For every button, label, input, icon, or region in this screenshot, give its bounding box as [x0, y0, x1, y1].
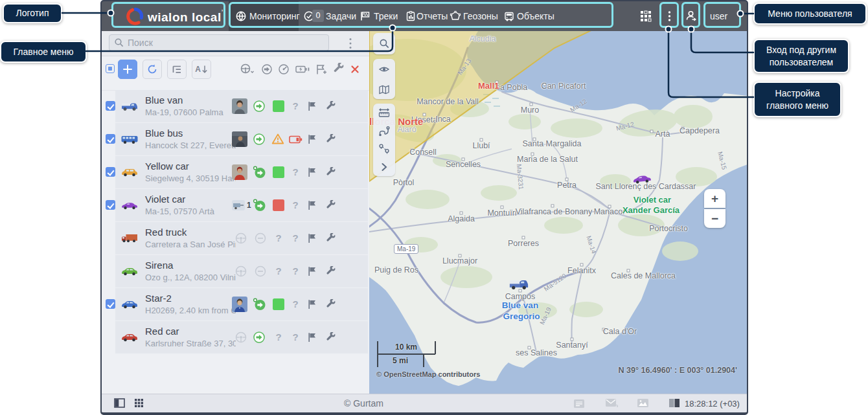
wrench-icon[interactable] [325, 299, 339, 313]
scale-mi: 5 mi [393, 356, 408, 365]
unit-checkbox[interactable] [106, 200, 115, 210]
unit-name[interactable]: Star-2 [145, 293, 172, 304]
unit-checkbox[interactable] [106, 299, 115, 309]
unit-name[interactable]: Yellow car [145, 161, 189, 172]
flag-add-filter-icon[interactable] [315, 63, 328, 76]
unit-checkbox[interactable] [106, 167, 115, 177]
map-label: Capdepera [680, 126, 720, 135]
eye-icon[interactable] [373, 59, 395, 79]
steering-filter-icon[interactable] [240, 63, 253, 76]
mail-icon[interactable] [606, 399, 619, 408]
flag-icon[interactable] [307, 266, 321, 280]
main-menu-settings-icon[interactable] [668, 10, 671, 22]
tab-monitoring[interactable]: Мониторинг [249, 11, 300, 21]
unit-name[interactable]: Red car [145, 326, 179, 337]
sort-button[interactable]: A [192, 60, 211, 79]
tab-geofences[interactable]: Геозоны [463, 11, 498, 21]
panel-layout-icon[interactable] [669, 399, 680, 407]
route-icon[interactable] [373, 122, 395, 140]
flag-icon[interactable] [307, 332, 321, 346]
unit-row[interactable]: Violet car Ma-15, 07570 Artà 1 ? [106, 189, 368, 221]
collapse-panel-icon[interactable] [114, 398, 125, 408]
unit-name[interactable]: Red truck [145, 227, 187, 238]
map-unit-blue-van[interactable] [508, 278, 530, 291]
unit-name[interactable]: Blue bus [145, 128, 183, 139]
map-coordinates: N 39° 16.4960' : E 003° 01.2904' [619, 366, 737, 375]
unit-row[interactable]: Blue bus Hancock St 227, Everett [106, 123, 368, 155]
apps-grid-icon[interactable] [640, 10, 652, 22]
battery-filter-icon[interactable] [295, 63, 310, 76]
user-switch-icon[interactable] [685, 10, 698, 23]
unit-address: Ma-15, 07570 Artà [145, 207, 214, 216]
grid-icon[interactable] [135, 399, 143, 407]
chevron-right-icon[interactable] [373, 158, 395, 176]
tab-reports[interactable]: Отчеты [417, 11, 448, 21]
steering-inactive-icon [234, 264, 248, 278]
flag-icon[interactable] [307, 101, 321, 115]
flag-icon[interactable] [307, 299, 321, 313]
unit-row[interactable]: Yellow car Siegelweg 4, 30519 Hann… ? [106, 156, 368, 188]
unit-name[interactable]: Sirena [145, 260, 173, 271]
unit-row[interactable]: Star-2 H20269, 2.40 km from Cy… ? [106, 288, 368, 320]
map-unit-violet-car[interactable] [631, 172, 653, 185]
map-search-button[interactable] [373, 33, 395, 54]
flag-icon[interactable] [307, 233, 321, 247]
wrench-icon[interactable] [325, 134, 339, 148]
search-input[interactable] [109, 34, 329, 51]
zoom-in-button[interactable]: + [704, 189, 725, 208]
map[interactable]: Alcudia sa Pobla Can Picafort Mancor de … [369, 31, 748, 394]
monitoring-icon [235, 10, 247, 22]
driver-avatar[interactable] [232, 297, 247, 312]
unit-checkbox[interactable] [106, 134, 115, 144]
unit-row[interactable]: Blue van Ma-19, 07600 Palma ? [106, 90, 368, 122]
battery-low-icon [289, 135, 303, 150]
geofence-label: Mall1 [478, 81, 499, 91]
driver-avatar[interactable] [232, 98, 247, 114]
sensor-state-unknown: ? [291, 199, 300, 210]
clear-filter-icon[interactable] [350, 65, 363, 78]
driver-avatar[interactable] [232, 131, 247, 147]
wrench-icon[interactable] [325, 266, 339, 280]
tab-tasks[interactable]: Задачи [326, 11, 356, 21]
map-label: Pòrtol [393, 178, 415, 187]
wrench-icon[interactable] [325, 200, 339, 214]
search-options-kebab-icon[interactable] [349, 38, 352, 49]
tab-units[interactable]: Объекты [517, 11, 554, 21]
refresh-button[interactable] [143, 60, 162, 79]
zoom-out-button[interactable]: − [704, 209, 725, 228]
wialon-logo-icon[interactable] [126, 7, 144, 25]
sort-letter: A [195, 65, 201, 74]
unit-row[interactable]: Red car Karlsruher Straße 37, 305… ? ? [106, 321, 368, 353]
image-icon[interactable] [637, 399, 648, 407]
linked-pins-icon[interactable] [373, 140, 395, 158]
flag-icon[interactable] [307, 167, 321, 181]
unit-checkbox[interactable] [106, 101, 115, 111]
flag-icon[interactable] [307, 134, 321, 148]
driver-avatar[interactable] [232, 164, 247, 180]
wrench-icon[interactable] [325, 233, 339, 247]
trailer-thumbnail[interactable] [232, 200, 245, 210]
map-label: Mancor de la Vall [417, 97, 479, 106]
unit-name[interactable]: Violet car [145, 194, 185, 205]
flag-icon[interactable] [307, 200, 321, 214]
unit-row[interactable]: Sirena Ozo g., 12A, 08200 Vilnius ? ? [106, 255, 368, 287]
wrench-filter-icon[interactable] [332, 63, 345, 76]
unit-row[interactable]: Red truck Carretera a San José Pinul… ? … [106, 222, 368, 254]
layers-map-icon[interactable] [373, 79, 395, 99]
tab-tracks[interactable]: Треки [374, 11, 398, 21]
select-all-checkbox[interactable] [106, 64, 115, 73]
vehicle-icon-wagon [120, 166, 139, 178]
wrench-icon[interactable] [325, 332, 339, 346]
gauge-filter-icon[interactable] [277, 63, 290, 76]
callout-logo: Логотип [3, 3, 62, 23]
unit-name[interactable]: Blue van [145, 95, 183, 106]
notes-icon[interactable] [574, 399, 584, 408]
wrench-icon[interactable] [325, 101, 339, 115]
add-unit-button[interactable] [118, 60, 137, 79]
ruler-icon[interactable] [373, 104, 395, 122]
motion-filter-icon[interactable] [260, 63, 273, 76]
wrench-icon[interactable] [325, 167, 339, 181]
user-menu[interactable]: user [710, 11, 727, 21]
map-label: Maria de la Salut [517, 155, 578, 164]
tree-view-button[interactable] [167, 60, 187, 79]
